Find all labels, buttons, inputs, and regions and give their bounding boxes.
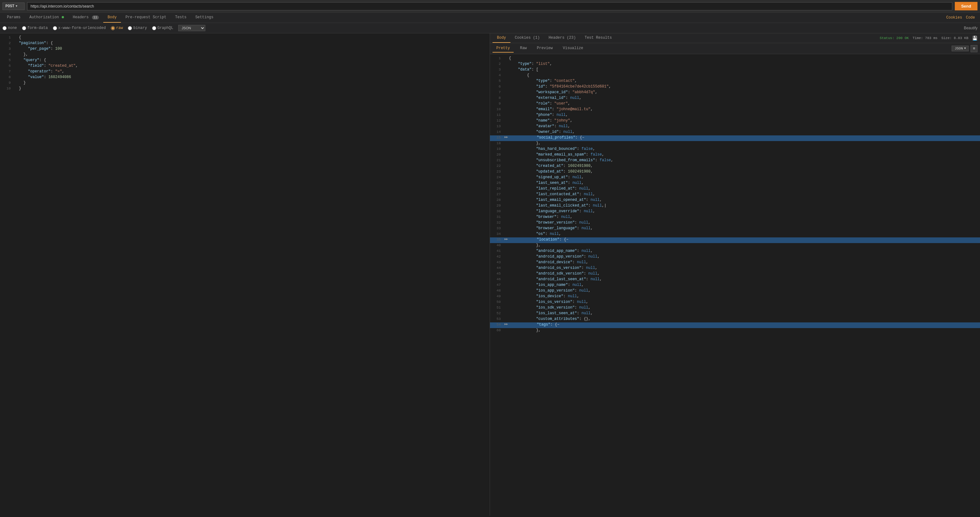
res-line-23: 23 "updated_at": 1602491980, xyxy=(490,169,980,175)
req-line-9: 9 } xyxy=(0,81,490,86)
expand-location[interactable]: ▶ xyxy=(504,237,509,241)
res-line-49: 49 "ios_device": null, xyxy=(490,294,980,300)
res-line-54: 54 ▶ "tags": {– xyxy=(490,323,980,328)
res-line-29: 29 "last_email_clicked_at": null,| xyxy=(490,204,980,209)
res-tab-preview[interactable]: Preview xyxy=(533,45,557,52)
url-input[interactable] xyxy=(27,2,952,10)
res-line-6: 6 "id": "5f84164cbe7de42cb155d601", xyxy=(490,84,980,90)
radio-graphql[interactable]: GraphQL xyxy=(152,26,173,30)
res-line-32: 32 "browser_version": null, xyxy=(490,220,980,226)
res-line-26: 26 "last_replied_at": null, xyxy=(490,186,980,192)
res-line-19: 19 "has_hard_bounced": false, xyxy=(490,147,980,153)
request-code-area[interactable]: 1 { 2 "pagination": { 3 "per_page": 100 … xyxy=(0,33,490,516)
res-line-45: 45 "android_sdk_version": null, xyxy=(490,271,980,277)
res-line-43: 43 "android_device": null, xyxy=(490,260,980,266)
res-line-21: 21 "unsubscribed_from_emails": false, xyxy=(490,158,980,164)
radio-binary[interactable]: binary xyxy=(128,26,147,30)
res-line-52: 52 "ios_last_seen_at": null, xyxy=(490,311,980,317)
method-label: POST xyxy=(5,4,14,8)
req-line-3: 3 "per_page": 100 xyxy=(0,46,490,52)
res-line-24: 24 "signed_up_at": null, xyxy=(490,175,980,181)
req-line-6: 6 "field": "created_at", xyxy=(0,64,490,69)
req-line-5: 5 "query": { xyxy=(0,58,490,64)
res-line-14: 14 "owner_id": null, xyxy=(490,130,980,135)
request-body-panel: 1 { 2 "pagination": { 3 "per_page": 100 … xyxy=(0,33,490,516)
res-line-34: 34 "os": null, xyxy=(490,232,980,237)
res-tab-visualize[interactable]: Visualize xyxy=(559,45,587,52)
req-line-10: 10 } xyxy=(0,86,490,92)
res-tab-pretty[interactable]: Pretty xyxy=(493,45,514,52)
res-line-33: 33 "browser_language": null, xyxy=(490,226,980,232)
res-line-35: 35 ▶ "location": {– xyxy=(490,237,980,243)
res-line-4: 4 { xyxy=(490,73,980,79)
status-ok-label: Status: 200 OK xyxy=(880,36,909,40)
body-type-row: none form-data x-www-form-urlencoded raw… xyxy=(0,23,980,33)
tab-headers[interactable]: Headers 11 xyxy=(68,13,103,23)
response-header: Body Cookies (1) Headers (23) Test Resul… xyxy=(490,33,980,43)
radio-urlencoded[interactable]: x-www-form-urlencoded xyxy=(53,26,106,30)
expand-social-profiles[interactable]: ▶ xyxy=(504,135,509,139)
req-line-1: 1 { xyxy=(0,35,490,41)
url-bar: POST ▼ Send xyxy=(0,0,980,13)
tab-tests[interactable]: Tests xyxy=(171,13,191,23)
cookies-link[interactable]: Cookies xyxy=(946,16,962,20)
res-line-53: 53 "custom_attributes": {}, xyxy=(490,317,980,323)
res-line-2: 2 "type": "list", xyxy=(490,62,980,67)
res-tab-raw[interactable]: Raw xyxy=(516,45,531,52)
res-line-7: 7 "workspace_id": "abbh4d7q", xyxy=(490,90,980,96)
res-line-18: 18 }, xyxy=(490,141,980,147)
tab-authorization[interactable]: Authorization xyxy=(25,13,68,23)
res-line-25: 25 "last_seen_at": null, xyxy=(490,181,980,186)
res-line-47: 47 "ios_app_name": null, xyxy=(490,283,980,288)
beautify-button[interactable]: Beautify xyxy=(964,26,977,30)
auth-dot xyxy=(62,16,64,18)
code-link[interactable]: Code xyxy=(966,16,975,20)
tab-params[interactable]: Params xyxy=(3,13,25,23)
res-line-27: 27 "last_contacted_at": null, xyxy=(490,192,980,198)
res-line-13: 13 "avatar": null, xyxy=(490,124,980,130)
res-line-22: 22 "created_at": 1602491980, xyxy=(490,164,980,169)
res-line-46: 46 "android_last_seen_at": null, xyxy=(490,277,980,283)
res-line-60: 60 }, xyxy=(490,328,980,334)
res-line-48: 48 "ios_app_version": null, xyxy=(490,288,980,294)
res-line-31: 31 "browser": null, xyxy=(490,215,980,220)
tab-body[interactable]: Body xyxy=(103,13,121,23)
json-format-select[interactable]: JSON Text JavaScript HTML XML xyxy=(178,25,205,31)
wrap-icon: ≡ xyxy=(973,46,975,51)
wrap-button[interactable]: ≡ xyxy=(970,45,977,52)
response-format-row: Pretty Raw Preview Visualize JSON ▼ ≡ xyxy=(490,43,980,54)
response-format-dropdown[interactable]: JSON ▼ xyxy=(952,46,969,51)
response-tab-headers[interactable]: Headers (23) xyxy=(544,33,580,43)
res-line-3: 3 "data": [ xyxy=(490,67,980,73)
radio-raw[interactable]: raw xyxy=(111,26,123,30)
res-line-40: 40 }, xyxy=(490,243,980,249)
save-icon[interactable]: 💾 xyxy=(972,36,977,41)
size-label: Size: 8.83 KB xyxy=(941,36,968,40)
time-label: Time: 783 ms xyxy=(913,36,937,40)
response-tab-body[interactable]: Body xyxy=(493,33,511,43)
radio-none[interactable]: none xyxy=(3,26,17,30)
res-line-41: 41 "android_app_name": null, xyxy=(490,249,980,255)
response-tab-testresults[interactable]: Test Results xyxy=(580,33,616,43)
req-line-7: 7 "operator": "=", xyxy=(0,69,490,75)
res-line-44: 44 "android_os_version": null, xyxy=(490,266,980,271)
response-panel: Body Cookies (1) Headers (23) Test Resul… xyxy=(490,33,980,516)
res-line-28: 28 "last_email_opened_at": null, xyxy=(490,198,980,204)
tab-prerequest[interactable]: Pre-request Script xyxy=(121,13,171,23)
send-button[interactable]: Send xyxy=(955,2,977,10)
response-format-label: JSON xyxy=(955,46,963,50)
res-line-8: 8 "external_id": null, xyxy=(490,96,980,102)
res-line-51: 51 "ios_sdk_version": null, xyxy=(490,305,980,311)
res-line-10: 10 "email": "johne@mail.tu", xyxy=(490,107,980,113)
method-select[interactable]: POST ▼ xyxy=(3,3,25,10)
format-dropdown-icon: ▼ xyxy=(964,47,966,50)
radio-formdata[interactable]: form-data xyxy=(22,26,48,30)
expand-tags[interactable]: ▶ xyxy=(504,323,509,326)
response-code-area[interactable]: 1 { 2 "type": "list", 3 "data": [ 4 { xyxy=(490,54,980,516)
method-dropdown-icon: ▼ xyxy=(16,5,18,8)
headers-badge: 11 xyxy=(92,16,99,19)
res-line-1: 1 { xyxy=(490,56,980,62)
response-tab-cookies[interactable]: Cookies (1) xyxy=(511,33,544,43)
res-line-15: 15 ▶ "social_profiles": {– xyxy=(490,135,980,141)
tab-settings[interactable]: Settings xyxy=(191,13,218,23)
